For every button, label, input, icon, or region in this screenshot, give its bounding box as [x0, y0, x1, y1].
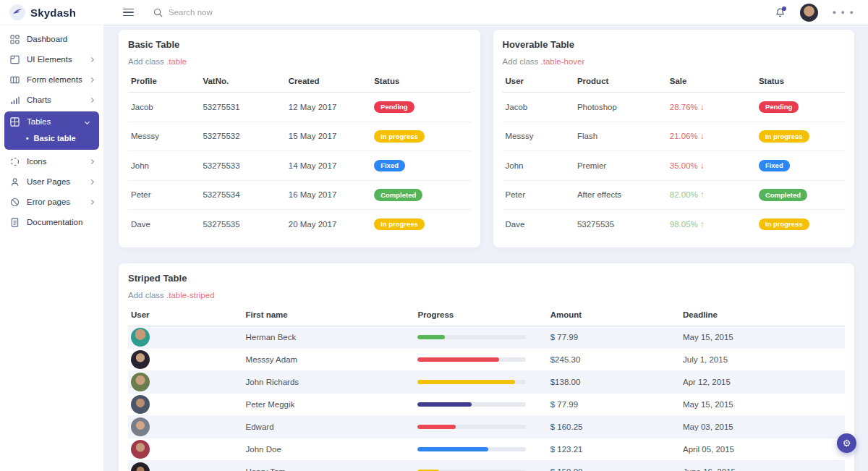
menu-toggle-icon[interactable] — [123, 9, 134, 17]
column-header: Product — [574, 70, 667, 93]
cell-user: Peter — [503, 180, 574, 210]
table-header-row: User Product Sale Status — [503, 70, 846, 93]
cell-first-name: John Richards — [243, 370, 415, 393]
navbar-actions: ● ● ● — [775, 4, 868, 22]
column-header: Deadline — [680, 304, 845, 326]
table-row: Henry Tom $ 150.00 June 16, 2015 — [128, 460, 845, 471]
chevron-right-icon — [89, 158, 94, 164]
table-row[interactable]: Messsy Flash 21.06% ↓ In progress — [503, 122, 846, 151]
cell-amount: $245.30 — [548, 348, 680, 370]
status-badge: Pending — [759, 101, 799, 114]
column-header: Amount — [548, 304, 680, 326]
table-row: Messsy Adam $245.30 July 1, 2015 — [128, 348, 845, 370]
cell-product: Photoshop — [574, 93, 667, 122]
cell-amount: $ 77.99 — [548, 326, 680, 348]
slash-circle-icon — [10, 197, 20, 207]
status-badge: Completed — [759, 189, 807, 201]
search-input[interactable] — [169, 8, 306, 17]
user-avatar[interactable] — [800, 4, 818, 22]
bar-chart-icon — [10, 95, 20, 105]
avatar — [131, 417, 150, 436]
column-header: VatNo. — [200, 70, 285, 93]
more-options-icon[interactable]: ● ● ● — [833, 9, 855, 16]
cell-created: 14 May 2017 — [286, 151, 371, 181]
notifications-bell-icon[interactable] — [775, 7, 786, 18]
table-row: Peter 53275534 16 May 2017 Completed — [128, 180, 471, 210]
cell-user: Dave — [503, 210, 574, 239]
cell-profile: John — [128, 151, 200, 181]
sidebar-item-ui-elements[interactable]: UI Elements — [0, 49, 103, 69]
table-row[interactable]: Dave 53275535 98.05% ↑ In progress — [503, 210, 846, 239]
basic-table-card: Basic Table Add class .table Profile Vat… — [119, 30, 480, 247]
cell-first-name: Peter Meggik — [243, 393, 415, 415]
cell-profile: Peter — [128, 180, 200, 210]
notification-dot — [782, 7, 786, 11]
cell-deadline: May 15, 2015 — [680, 393, 845, 415]
progress-fill — [417, 357, 499, 362]
settings-fab[interactable]: ⚙ — [837, 433, 856, 453]
cell-amount: $ 160.25 — [548, 415, 680, 438]
cell-deadline: May 15, 2015 — [680, 326, 845, 348]
column-header: Sale — [667, 70, 756, 93]
table-row[interactable]: Peter After effects 82.00% ↑ Completed — [503, 180, 846, 210]
avatar — [131, 440, 150, 459]
cell-amount: $ 123.21 — [548, 438, 680, 460]
status-badge: Fixed — [759, 160, 790, 172]
table-row: John Richards $138.00 Apr 12, 2015 — [128, 370, 845, 393]
chevron-right-icon — [89, 179, 94, 184]
basic-table: Profile VatNo. Created Status Jacob 5327… — [128, 70, 471, 239]
sidebar-item-charts[interactable]: Charts — [0, 90, 103, 110]
table-row[interactable]: Jacob Photoshop 28.76% ↓ Pending — [503, 93, 846, 122]
avatar — [131, 395, 150, 414]
status-badge: Pending — [374, 101, 414, 114]
sidebar-item-label: User Pages — [27, 177, 70, 186]
progress-fill — [417, 447, 488, 451]
sidebar-item-label: Documentation — [27, 218, 82, 226]
top-navbar: Skydash ● ● ● — [0, 0, 868, 25]
sidebar-subitem-basic-table[interactable]: • Basic table — [4, 132, 99, 148]
sidebar-subitem-label: Basic table — [34, 134, 76, 143]
cell-vatno: 53275533 — [200, 151, 285, 181]
cell-user: Jacob — [503, 93, 574, 122]
card-title: Basic Table — [128, 39, 471, 50]
cell-user: Messsy — [503, 122, 574, 151]
table-row: Peter Meggik $ 77.99 May 15, 2015 — [128, 393, 845, 415]
column-header: Progress — [414, 304, 547, 326]
cell-amount: $ 150.00 — [548, 460, 680, 471]
card-title: Hoverable Table — [503, 39, 846, 50]
table-icon — [10, 116, 20, 127]
table-row: John Doe $ 123.21 April 05, 2015 — [128, 438, 845, 460]
column-header: Created — [286, 70, 371, 93]
search-bar — [153, 8, 306, 17]
sidebar-item-dashboard[interactable]: Dashboard — [0, 29, 103, 49]
cell-deadline: May 03, 2015 — [680, 415, 845, 438]
sidebar-item-form-elements[interactable]: Form elements — [0, 69, 103, 90]
cell-created: 16 May 2017 — [286, 180, 371, 210]
grid-icon — [10, 34, 20, 44]
avatar — [131, 328, 150, 347]
card-subtitle: Add class .table — [128, 57, 471, 66]
chevron-right-icon — [89, 97, 94, 102]
cell-created: 15 May 2017 — [286, 122, 371, 151]
table-row: Edward $ 160.25 May 03, 2015 — [128, 415, 845, 438]
sidebar-item-tables[interactable]: Tables — [4, 111, 99, 132]
cell-profile: Jacob — [128, 93, 200, 122]
progress-bar — [417, 447, 526, 451]
cell-first-name: Messsy Adam — [243, 348, 415, 370]
column-header: Status — [371, 70, 470, 93]
cell-vatno: 53275534 — [200, 180, 285, 210]
avatar — [131, 462, 150, 471]
sidebar-item-user-pages[interactable]: User Pages — [0, 171, 103, 192]
cell-product: Premier — [574, 151, 667, 181]
cell-deadline: Apr 12, 2015 — [680, 370, 845, 393]
progress-fill — [417, 335, 445, 339]
gear-icon: ⚙ — [843, 438, 851, 449]
cell-product: Flash — [574, 122, 667, 151]
cell-first-name: Henry Tom — [243, 460, 415, 471]
table-row[interactable]: John Premier 35.00% ↓ Fixed — [503, 151, 846, 181]
sidebar-item-label: Charts — [27, 96, 51, 104]
sidebar-item-error-pages[interactable]: Error pages — [0, 192, 103, 212]
sidebar-item-documentation[interactable]: Documentation — [0, 212, 103, 232]
sidebar-item-icons[interactable]: Icons — [0, 151, 103, 171]
brand[interactable]: Skydash — [0, 4, 103, 20]
